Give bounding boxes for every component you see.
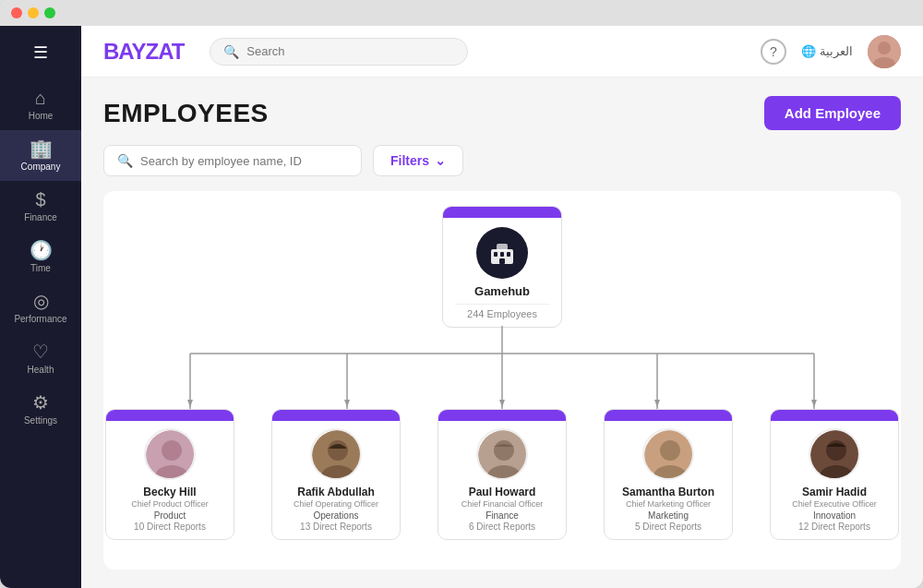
search-input[interactable]	[246, 44, 454, 58]
child-node-paul[interactable]: Paul Howard Chief Financial Officer Fina…	[438, 409, 567, 540]
sidebar-label-health: Health	[28, 365, 54, 375]
child-card-top	[272, 410, 400, 421]
svg-point-28	[494, 440, 514, 461]
sidebar-item-settings[interactable]: ⚙ Settings	[0, 384, 81, 435]
sidebar-item-home[interactable]: ⌂ Home	[0, 79, 81, 130]
child-name-rafik: Rafik Abdullah	[297, 486, 375, 498]
help-button[interactable]: ?	[761, 39, 786, 65]
home-icon: ⌂	[35, 89, 46, 107]
page-content: EMPLOYEES Add Employee 🔍 Filters ⌄	[81, 78, 923, 588]
root-divider	[455, 304, 549, 305]
avatar-image	[868, 35, 901, 68]
sidebar-label-time: Time	[30, 263, 51, 273]
sidebar: ☰ ⌂ Home 🏢 Company $ Finance 🕐 Time ◎ Pe…	[0, 26, 81, 588]
language-button[interactable]: 🌐 العربية	[801, 44, 853, 58]
child-name-samantha: Samantha Burton	[622, 486, 714, 498]
svg-marker-19	[654, 400, 660, 407]
sidebar-label-finance: Finance	[24, 212, 57, 222]
minimize-dot[interactable]	[28, 7, 39, 18]
root-icon	[476, 227, 528, 279]
employee-search-icon: 🔍	[117, 153, 133, 168]
language-label: العربية	[820, 44, 853, 58]
maximize-dot[interactable]	[44, 7, 55, 18]
globe-icon: 🌐	[801, 44, 816, 58]
child-reports-paul: 6 Direct Reports	[469, 522, 535, 532]
svg-rect-4	[497, 244, 508, 251]
page-header: EMPLOYEES Add Employee	[103, 96, 901, 130]
root-count: 244 Employees	[467, 308, 537, 319]
search-bar[interactable]: 🔍	[210, 38, 468, 66]
child-dept-rafik: Operations	[314, 510, 359, 521]
root-card-header	[443, 207, 561, 218]
sidebar-label-home: Home	[29, 111, 54, 121]
svg-rect-7	[507, 252, 510, 257]
org-chart-area: Gamehub 244 Employees	[103, 191, 901, 570]
sidebar-item-finance[interactable]: $ Finance	[0, 181, 81, 232]
filter-button[interactable]: Filters ⌄	[373, 145, 463, 176]
finance-icon: $	[35, 190, 45, 209]
child-avatar-becky	[144, 428, 196, 480]
nav-right: ? 🌐 العربية	[761, 35, 901, 68]
add-employee-button[interactable]: Add Employee	[764, 96, 901, 130]
child-card-paul: Paul Howard Chief Financial Officer Fina…	[438, 409, 567, 540]
sidebar-item-performance[interactable]: ◎ Performance	[0, 282, 81, 333]
svg-marker-18	[499, 400, 505, 407]
root-node[interactable]: Gamehub 244 Employees	[442, 206, 562, 328]
employee-search-bar[interactable]: 🔍	[103, 145, 362, 176]
sidebar-item-company[interactable]: 🏢 Company	[0, 130, 81, 181]
search-icon: 🔍	[223, 44, 239, 59]
child-dept-becky: Product	[154, 510, 186, 521]
children-row: Becky Hill Chief Product Officer Product…	[105, 409, 899, 540]
health-icon: ♡	[32, 342, 49, 361]
child-card-top	[438, 410, 566, 421]
child-name-becky: Becky Hill	[143, 486, 196, 498]
child-node-becky[interactable]: Becky Hill Chief Product Officer Product…	[105, 409, 234, 540]
svg-point-22	[162, 440, 182, 461]
child-card-rafik: Rafik Abdullah Chief Operating Officer O…	[271, 409, 401, 540]
root-name: Gamehub	[474, 284, 530, 298]
child-reports-samir: 12 Direct Reports	[798, 522, 870, 532]
child-avatar-paul	[476, 428, 528, 480]
sidebar-item-health[interactable]: ♡ Health	[0, 333, 81, 384]
child-avatar-samir	[809, 428, 860, 480]
svg-marker-16	[187, 400, 193, 407]
logo: BAYZAT	[103, 39, 184, 65]
child-reports-samantha: 5 Direct Reports	[635, 522, 701, 532]
svg-rect-8	[499, 258, 505, 264]
sidebar-item-time[interactable]: 🕐 Time	[0, 232, 81, 282]
page-title: EMPLOYEES	[103, 99, 269, 128]
svg-marker-20	[811, 400, 817, 407]
topnav: BAYZAT 🔍 ? 🌐 العربية	[81, 26, 923, 78]
sidebar-label-company: Company	[21, 162, 61, 172]
avatar[interactable]	[868, 35, 901, 68]
child-node-rafik[interactable]: Rafik Abdullah Chief Operating Officer O…	[271, 409, 401, 540]
svg-marker-17	[344, 400, 350, 407]
connector-lines	[105, 326, 899, 409]
app-body: ☰ ⌂ Home 🏢 Company $ Finance 🕐 Time ◎ Pe…	[0, 26, 923, 588]
child-title-becky: Chief Product Officer	[126, 499, 213, 509]
time-icon: 🕐	[30, 241, 53, 259]
performance-icon: ◎	[33, 292, 49, 310]
child-node-samir[interactable]: Samir Hadid Chief Executive Officer Inno…	[770, 409, 899, 540]
menu-button[interactable]: ☰	[24, 33, 57, 72]
svg-point-25	[328, 440, 348, 461]
company-icon: 🏢	[30, 139, 53, 158]
child-title-rafik: Chief Operating Officer	[288, 499, 384, 509]
svg-rect-6	[500, 252, 504, 257]
filter-bar: 🔍 Filters ⌄	[103, 145, 901, 176]
child-card-becky: Becky Hill Chief Product Officer Product…	[105, 409, 234, 540]
sidebar-label-performance: Performance	[14, 314, 66, 324]
close-dot[interactable]	[11, 7, 22, 18]
child-node-samantha[interactable]: Samantha Burton Chief Marketing Officer …	[604, 409, 733, 540]
child-dept-samantha: Marketing	[648, 510, 689, 521]
employee-search-input[interactable]	[140, 154, 348, 168]
child-name-samir: Samir Hadid	[802, 486, 867, 498]
chevron-down-icon: ⌄	[435, 153, 446, 168]
settings-icon: ⚙	[32, 393, 49, 412]
child-reports-rafik: 13 Direct Reports	[300, 522, 372, 532]
child-dept-paul: Finance	[485, 510, 519, 521]
child-card-samantha: Samantha Burton Chief Marketing Officer …	[604, 409, 733, 540]
svg-point-1	[878, 42, 891, 54]
child-title-samir: Chief Executive Officer	[786, 499, 881, 509]
child-avatar-rafik	[310, 428, 362, 480]
